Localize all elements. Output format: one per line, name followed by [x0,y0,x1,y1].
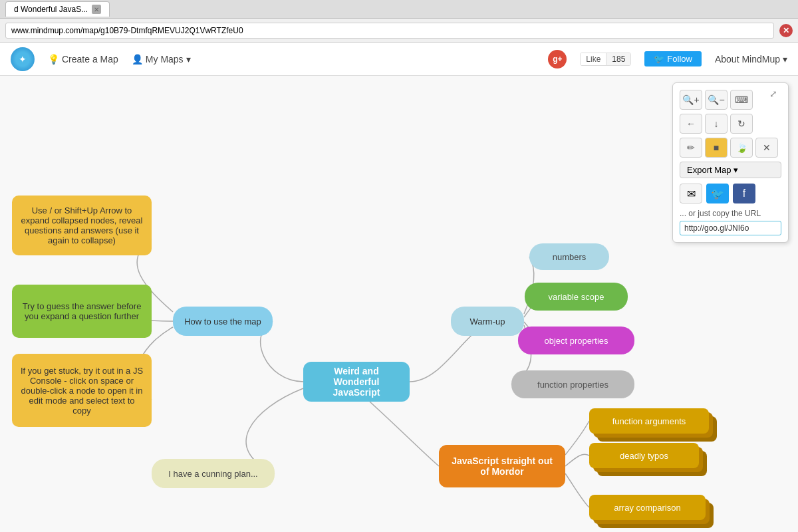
my-maps-icon: 👤 [132,54,143,65]
browser-tab[interactable]: d Wonderful JavaS... ✕ [5,1,110,17]
export-map-label: Export Map [687,165,731,175]
howto-node[interactable]: How to use the map [173,307,273,336]
pencil-button[interactable]: ✏ [680,138,702,158]
toolbar-panel: ⤢ 🔍+ 🔍− ⌨ ← ↓ ↻ ✏ [672,82,789,243]
funcargs-node[interactable]: function arguments [589,408,709,434]
back-icon: ← [686,118,696,129]
hint-text-3: If you get stuck, try it out in a JS Con… [19,366,145,416]
mordor-label: JavaScript straight out of Mordor [447,456,557,477]
zoom-in-button[interactable]: 🔍+ [680,90,702,110]
funcprop-label: function properties [537,380,608,390]
warmup-node[interactable]: Warm-up [451,307,524,336]
create-map-label: Create a Map [62,54,118,65]
cunning-node[interactable]: I have a cunning plan... [152,459,275,488]
hint-node-2[interactable]: Try to guess the answer before you expan… [12,285,152,338]
center-label: Weird and Wonderful JavaScript [311,366,402,398]
varscope-node[interactable]: variable scope [525,283,628,311]
redo-icon: ↻ [737,118,745,129]
like-button[interactable]: Like 185 [580,53,631,66]
numbers-label: numbers [553,252,587,262]
share-email-button[interactable]: ✉ [680,184,702,203]
leaf-button[interactable]: 🍃 [730,138,753,158]
like-count: 185 [606,53,630,65]
follow-label: Follow [667,54,692,64]
keyboard-button[interactable]: ⌨ [730,90,753,110]
funcargs-label: function arguments [612,416,686,426]
about-mindmup-button[interactable]: About MindMup ▾ [715,54,787,65]
redo-button[interactable]: ↻ [730,114,753,134]
my-maps-button[interactable]: 👤 My Maps ▾ [132,54,191,65]
gplus-button[interactable]: g+ [548,50,567,68]
my-maps-dropdown-icon: ▾ [186,54,191,65]
follow-button[interactable]: 🐦 Follow [644,51,702,66]
objprop-node[interactable]: object properties [518,327,634,354]
warmup-label: Warm-up [470,317,505,327]
toolbar-row-3: ✏ ■ 🍃 ✕ [680,138,781,158]
about-label: About MindMup [715,54,780,65]
mindmup-logo[interactable]: ✦ [11,47,35,71]
browser-addressbar: ✕ [0,19,798,43]
zoom-out-button[interactable]: 🔍− [705,90,728,110]
keyboard-icon: ⌨ [735,94,748,105]
mind-map-canvas[interactable]: Use / or Shift+Up Arrow to expand collap… [0,76,798,532]
center-node[interactable]: Weird and Wonderful JavaScript [303,362,410,402]
howto-label: How to use the map [184,317,261,327]
share-facebook-button[interactable]: f [733,184,755,203]
create-map-icon: 💡 [48,54,59,65]
arraycomp-node[interactable]: array comparison [589,495,706,520]
about-dropdown-icon: ▾ [783,54,787,65]
share-row: ✉ 🐦 f [680,184,781,203]
varscope-label: variable scope [549,292,604,302]
objprop-label: object properties [544,336,608,346]
color-icon: ■ [714,142,719,153]
share-twitter-button[interactable]: 🐦 [706,184,729,203]
browser-titlebar: d Wonderful JavaS... ✕ [0,0,798,19]
copy-url-label: ... or just copy the URL [680,209,781,218]
my-maps-label: My Maps [146,54,184,65]
cunning-label: I have a cunning plan... [168,469,257,479]
twitter-icon: 🐦 [654,54,664,64]
hint-text-2: Try to guess the answer before you expan… [19,301,145,321]
zoom-in-icon: 🔍+ [682,94,699,105]
like-label: Like [581,53,606,65]
toolbar-row-1: 🔍+ 🔍− ⌨ [680,90,781,110]
zoom-out-icon: 🔍− [708,94,724,105]
deadlytypos-node[interactable]: deadly typos [589,443,699,468]
tab-title: d Wonderful JavaS... [14,5,88,14]
leaf-icon: 🍃 [736,142,747,153]
mordor-node[interactable]: JavaScript straight out of Mordor [439,445,565,487]
create-map-button[interactable]: 💡 Create a Map [48,54,118,65]
hint-text-1: Use / or Shift+Up Arrow to expand collap… [19,205,145,245]
back-button[interactable]: ← [680,114,702,134]
hint-node-3[interactable]: If you get stuck, try it out in a JS Con… [12,354,152,427]
funcprop-node[interactable]: function properties [511,370,634,398]
close-button[interactable]: ✕ [755,138,778,158]
toolbar-row-2: ← ↓ ↻ [680,114,781,134]
download-icon: ↓ [714,118,719,129]
hint-node-1[interactable]: Use / or Shift+Up Arrow to expand collap… [12,196,152,255]
pencil-icon: ✏ [687,142,695,153]
address-input[interactable] [5,23,774,39]
navbar: ✦ 💡 Create a Map 👤 My Maps ▾ g+ Like 185… [0,43,798,76]
close-icon: ✕ [763,142,771,153]
color-button[interactable]: ■ [705,138,728,158]
arraycomp-label: array comparison [614,503,680,513]
tab-close-button[interactable]: ✕ [92,5,101,14]
export-dropdown-icon: ▾ [733,165,738,175]
browser-close-icon[interactable]: ✕ [779,24,793,37]
numbers-node[interactable]: numbers [529,243,609,270]
download-button[interactable]: ↓ [705,114,728,134]
export-map-button[interactable]: Export Map ▾ [680,162,781,178]
copy-url-input[interactable] [680,221,781,235]
deadlytypos-label: deadly typos [620,451,668,461]
expand-toolbar-button[interactable]: ⤢ [769,88,783,102]
